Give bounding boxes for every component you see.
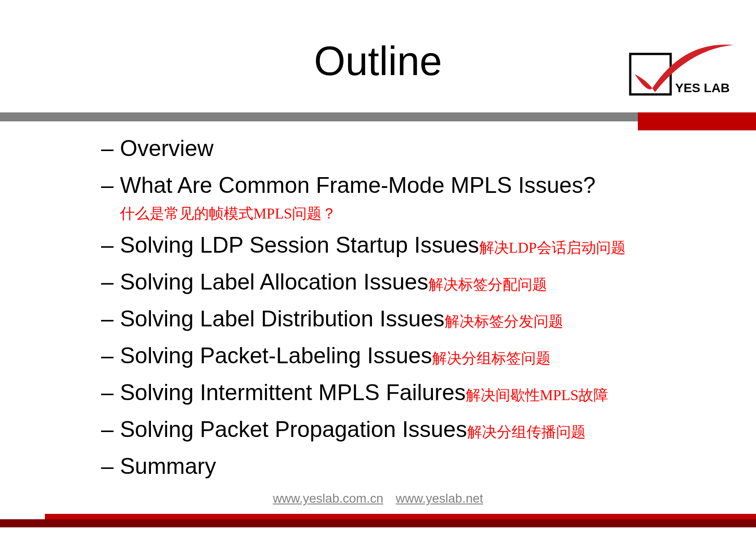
item-text: Overview	[120, 136, 213, 161]
item-translation: 解决间歇性MPLS故障	[466, 387, 608, 403]
item-translation: 解决分组传播问题	[467, 424, 586, 440]
item-text: Solving Label Distribution Issues	[120, 306, 445, 331]
bottom-accent-bar	[45, 514, 756, 519]
title-divider	[0, 112, 638, 121]
item-text: Summary	[120, 454, 216, 479]
bullet-dash-icon: –	[101, 266, 120, 298]
list-item: –What Are Common Frame-Mode MPLS Issues?	[101, 169, 672, 201]
item-translation: 解决LDP会话启动问题	[479, 240, 626, 256]
bullet-dash-icon: –	[101, 377, 120, 408]
slide: Outline YES LAB –Overview –What Are Comm…	[0, 0, 756, 535]
bullet-dash-icon: –	[101, 340, 120, 371]
item-text: What Are Common Frame-Mode MPLS Issues?	[120, 173, 596, 198]
footer-link-2[interactable]: www.yeslab.net	[396, 491, 483, 505]
item-text: Solving Packet-Labeling Issues	[120, 343, 432, 368]
list-item: –Summary	[101, 450, 672, 482]
list-item: –Solving Label Allocation Issues解决标签分配问题	[101, 266, 672, 298]
item-text: Solving LDP Session Startup Issues	[120, 232, 479, 258]
bullet-dash-icon: –	[101, 133, 120, 164]
list-item: –Overview	[101, 133, 672, 164]
item-text: Solving Packet Propagation Issues	[120, 417, 467, 442]
footer: www.yeslab.com.cn www.yeslab.net	[0, 491, 756, 506]
item-translation: 解决标签分配问题	[429, 276, 547, 293]
logo-text: YES LAB	[675, 81, 729, 95]
bullet-dash-icon: –	[101, 303, 120, 334]
item-translation: 什么是常见的帧模式MPLS问题？	[120, 204, 672, 224]
bullet-dash-icon: –	[101, 229, 120, 261]
item-text: Solving Label Allocation Issues	[120, 269, 429, 294]
list-item: –Solving LDP Session Startup Issues解决LDP…	[101, 229, 672, 261]
bullet-dash-icon: –	[101, 414, 120, 445]
item-translation: 解决标签分发问题	[445, 313, 563, 330]
footer-link-1[interactable]: www.yeslab.com.cn	[273, 491, 383, 505]
outline-list: –Overview –What Are Common Frame-Mode MP…	[101, 133, 672, 487]
list-item: –Solving Intermittent MPLS Failures解决间歇性…	[101, 377, 672, 408]
bullet-dash-icon: –	[101, 450, 120, 482]
yeslab-logo: YES LAB	[617, 36, 743, 103]
list-item: –Solving Label Distribution Issues解决标签分发…	[101, 303, 672, 334]
list-item: –Solving Packet Propagation Issues解决分组传播…	[101, 414, 672, 445]
accent-block	[638, 112, 756, 130]
item-text: Solving Intermittent MPLS Failures	[120, 380, 466, 405]
item-translation: 解决分组标签问题	[432, 350, 551, 366]
list-item: –Solving Packet-Labeling Issues解决分组标签问题	[101, 340, 672, 371]
bullet-dash-icon: –	[101, 169, 120, 201]
bottom-dark-bar	[0, 519, 756, 527]
